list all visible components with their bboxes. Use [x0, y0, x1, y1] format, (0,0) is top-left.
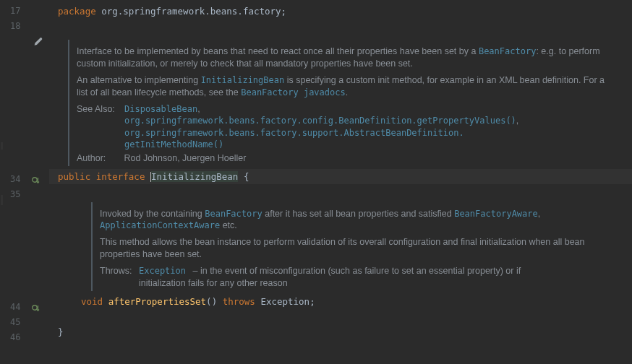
doc-link-bf-javadocs[interactable]: BeanFactory javadocs	[241, 87, 346, 98]
doc-code: InitializingBean	[201, 75, 285, 85]
line-number: 34	[10, 172, 26, 186]
doc-link-disposablebean[interactable]: DisposableBean	[124, 104, 197, 114]
package-path: org.springframework.beans.factory	[101, 6, 281, 17]
interface-name: InitializingBean	[151, 171, 238, 182]
doc-link-beanfactory[interactable]: BeanFactory	[479, 46, 536, 56]
doc-label-throws: Throws:	[100, 265, 139, 290]
doc-link-exception[interactable]: Exception	[139, 266, 186, 276]
keyword-package: package	[58, 6, 96, 17]
svg-point-0	[33, 177, 37, 181]
edit-icon[interactable]	[33, 37, 43, 46]
marker	[1, 142, 3, 150]
doc-link-abstractbeandef-b[interactable]: getInitMethodName()	[124, 139, 518, 150]
line-number: 44	[10, 300, 26, 314]
gutter-row[interactable]: 46	[0, 330, 49, 345]
gutter-row[interactable]: 45	[0, 315, 49, 330]
doc-text: after it has set all bean properties and…	[262, 209, 454, 219]
keyword-void: void	[81, 296, 103, 307]
gutter-row[interactable]: 18	[0, 19, 49, 34]
doc-author-value: Rod Johnson, Juergen Hoeller	[124, 153, 246, 163]
doc-code: BeanFactory	[205, 209, 262, 219]
keyword-throws: throws	[223, 296, 255, 307]
editor-area[interactable]: package org.springframework.beans.factor…	[49, 0, 632, 364]
doc-text: ,	[538, 209, 540, 219]
svg-point-1	[33, 305, 37, 309]
semicolon: ;	[281, 6, 287, 17]
code-line[interactable]: package org.springframework.beans.factor…	[49, 4, 632, 19]
code-line[interactable]	[49, 309, 632, 324]
doc-link-abstractbeandef-a[interactable]: org.springframework.beans.factory.suppor…	[124, 127, 518, 139]
left-marker-strip	[0, 0, 3, 364]
comma: ,	[516, 116, 518, 126]
line-number: 17	[10, 4, 26, 18]
gutter-row[interactable]: 35	[0, 187, 49, 202]
gutter-row[interactable]: 17	[0, 4, 49, 19]
doc-text: An alternative to implementing	[77, 75, 201, 85]
implementers-icon[interactable]	[32, 303, 40, 312]
javadoc-method: Invoked by the containing BeanFactory af…	[91, 202, 632, 291]
doc-text: Interface to be implemented by beans tha…	[77, 46, 479, 56]
line-number: 35	[10, 187, 26, 202]
gutter: 17 18 34 35 44 45 46	[0, 0, 49, 364]
code-line[interactable]: public interface InitializingBean {	[49, 169, 632, 184]
doc-text: .	[346, 87, 348, 98]
gutter-row[interactable]: 34	[0, 172, 49, 187]
gutter-row[interactable]	[0, 34, 49, 49]
line-number: 46	[10, 330, 26, 344]
javadoc-class: Interface to be implemented by beans tha…	[68, 40, 618, 166]
doc-throws-desc: – in the event of misconfiguration (such…	[139, 266, 521, 288]
doc-label-author: Author:	[77, 152, 121, 165]
line-number: 45	[10, 315, 26, 329]
comma: ,	[197, 104, 200, 114]
doc-link-beandefinition[interactable]: org.springframework.beans.factory.config…	[124, 116, 516, 126]
gutter-row[interactable]: 44	[0, 300, 49, 315]
line-number: 18	[10, 19, 26, 33]
doc-text: Invoked by the containing	[100, 209, 205, 219]
keyword-public: public	[58, 171, 90, 182]
parens: ()	[206, 296, 217, 307]
semicolon: ;	[309, 296, 315, 307]
code-line[interactable]: }	[49, 324, 632, 339]
code-line[interactable]: void afterPropertiesSet() throws Excepti…	[49, 294, 632, 309]
code-line[interactable]	[49, 184, 632, 199]
doc-code: ApplicationContextAware	[100, 220, 220, 230]
code-line[interactable]	[49, 19, 632, 34]
doc-link-beanfactoryaware[interactable]: BeanFactoryAware	[454, 209, 538, 219]
marker	[1, 195, 3, 205]
implementers-icon[interactable]	[32, 176, 40, 184]
doc-label-seealso: See Also:	[77, 103, 121, 151]
doc-text: etc.	[220, 220, 237, 230]
keyword-interface: interface	[96, 171, 145, 182]
doc-text: This method allows the bean instance to …	[100, 236, 625, 261]
method-name: afterPropertiesSet	[108, 296, 206, 307]
open-brace: {	[244, 171, 249, 182]
exception-name: Exception	[260, 296, 309, 307]
close-brace: }	[58, 326, 64, 337]
